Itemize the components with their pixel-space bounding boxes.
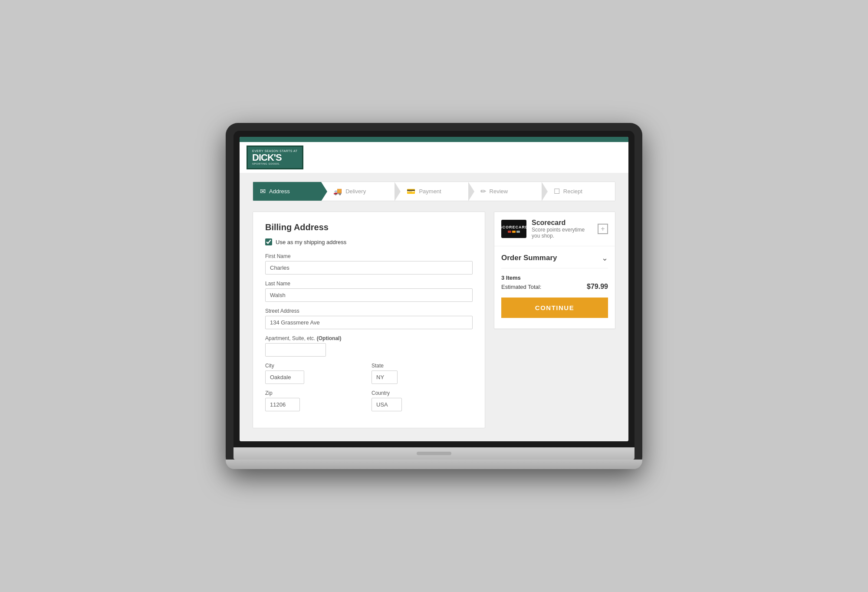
apt-input[interactable] — [265, 343, 326, 357]
laptop-bottom — [226, 460, 642, 469]
scorecard-logo: SCORECARD — [501, 220, 526, 238]
billing-form-card: Billing Address Use as my shipping addre… — [253, 212, 485, 428]
shipping-checkbox-row[interactable]: Use as my shipping address — [265, 238, 473, 245]
last-name-input[interactable] — [265, 288, 473, 302]
scorecard-section: SCORECARD Scorecard Score points everyti… — [494, 212, 615, 246]
laptop-frame: EVERY SEASON STARTS AT DICK'S SPORTING G… — [226, 123, 642, 469]
city-state-row: City State — [265, 363, 473, 390]
laptop-chin — [233, 447, 635, 460]
step-delivery[interactable]: 🚚 Delivery — [321, 182, 395, 201]
page-content: ✉ Address 🚚 Delivery 💳 Payment — [240, 173, 628, 441]
step-arrow-address — [321, 182, 327, 201]
first-name-input[interactable] — [265, 261, 473, 275]
dot-gold — [512, 231, 516, 233]
order-total-label: Estimated Total: — [501, 284, 541, 290]
scorecard-logo-text: SCORECARD — [500, 225, 529, 229]
receipt-icon: ☐ — [554, 187, 560, 195]
step-arrow-delivery — [395, 182, 401, 201]
header-logo-area: EVERY SEASON STARTS AT DICK'S SPORTING G… — [240, 142, 628, 173]
right-panel: SCORECARD Scorecard Score points everyti… — [494, 212, 615, 329]
street-group: Street Address — [265, 308, 473, 329]
billing-title: Billing Address — [265, 222, 473, 232]
state-group: State — [372, 363, 473, 384]
zip-group: Zip — [265, 390, 366, 411]
shipping-checkbox[interactable] — [265, 238, 272, 245]
step-receipt-label: Reciept — [563, 188, 582, 195]
zip-country-row: Zip Country — [265, 390, 473, 417]
step-receipt[interactable]: ☐ Reciept — [542, 182, 615, 201]
country-input[interactable] — [372, 398, 402, 411]
scorecard-title: Scorecard — [532, 219, 592, 227]
step-payment[interactable]: 💳 Payment — [395, 182, 468, 201]
country-group: Country — [372, 390, 473, 411]
logo-subname: SPORTING GOODS. — [252, 162, 298, 165]
first-name-group: First Name — [265, 253, 473, 275]
dot-silver — [516, 231, 520, 233]
screen: EVERY SEASON STARTS AT DICK'S SPORTING G… — [240, 137, 628, 441]
step-review[interactable]: ✏ Review — [468, 182, 542, 201]
apt-label: Apartment, Suite, etc. (Optional) — [265, 335, 473, 341]
scorecard-info: Scorecard Score points everytime you sho… — [532, 219, 592, 239]
dicks-logo: EVERY SEASON STARTS AT DICK'S SPORTING G… — [247, 146, 303, 169]
step-address-label: Address — [269, 188, 290, 195]
city-group: City — [265, 363, 366, 384]
continue-button[interactable]: CONTINUE — [501, 298, 608, 318]
payment-icon: 💳 — [407, 187, 415, 195]
shipping-checkbox-label: Use as my shipping address — [276, 239, 346, 245]
street-label: Street Address — [265, 308, 473, 314]
step-payment-label: Payment — [419, 188, 441, 195]
order-summary-title: Order Summary — [501, 254, 557, 262]
city-input[interactable] — [265, 370, 304, 384]
step-review-label: Review — [490, 188, 508, 195]
state-label: State — [372, 363, 473, 369]
store-header-bar — [240, 137, 628, 142]
zip-label: Zip — [265, 390, 366, 396]
apt-optional-label: (Optional) — [317, 335, 342, 341]
last-name-group: Last Name — [265, 281, 473, 302]
country-label: Country — [372, 390, 473, 396]
order-total-amount: $79.99 — [587, 283, 608, 291]
order-items-count: 3 Items — [501, 275, 608, 281]
street-input[interactable] — [265, 316, 473, 329]
order-summary-header[interactable]: Order Summary ⌄ — [501, 253, 608, 268]
chevron-down-icon[interactable]: ⌄ — [602, 253, 608, 263]
main-layout: Billing Address Use as my shipping addre… — [253, 212, 615, 428]
logo-name: DICK'S — [252, 152, 282, 163]
apt-group: Apartment, Suite, etc. (Optional) — [265, 335, 473, 357]
scorecard-add-button[interactable]: + — [598, 224, 608, 234]
order-total-row: Estimated Total: $79.99 — [501, 283, 608, 291]
order-summary-section: Order Summary ⌄ 3 Items Estimated Total:… — [494, 246, 615, 329]
delivery-icon: 🚚 — [333, 187, 342, 195]
checkout-steps: ✉ Address 🚚 Delivery 💳 Payment — [253, 182, 615, 201]
zip-input[interactable] — [265, 398, 300, 411]
step-arrow-payment — [468, 182, 474, 201]
dot-red — [508, 231, 511, 233]
first-name-label: First Name — [265, 253, 473, 259]
step-arrow-review — [542, 182, 548, 201]
last-name-label: Last Name — [265, 281, 473, 287]
review-icon: ✏ — [480, 187, 486, 195]
step-address[interactable]: ✉ Address — [253, 182, 321, 201]
trackpad-notch — [417, 452, 451, 455]
scorecard-desc: Score points everytime you shop. — [532, 227, 592, 239]
state-input[interactable] — [372, 370, 398, 384]
address-icon: ✉ — [260, 187, 266, 195]
screen-bezel: EVERY SEASON STARTS AT DICK'S SPORTING G… — [233, 131, 635, 447]
city-label: City — [265, 363, 366, 369]
scorecard-dots — [508, 231, 520, 233]
step-delivery-label: Delivery — [345, 188, 366, 195]
